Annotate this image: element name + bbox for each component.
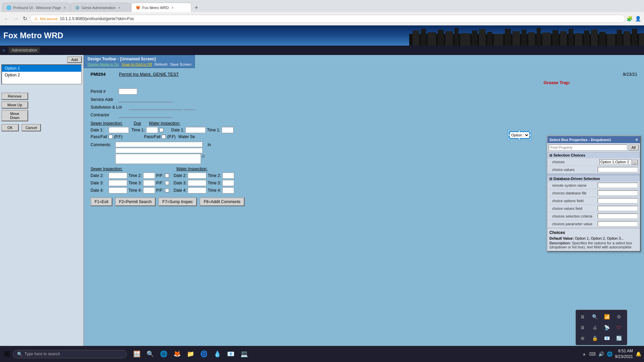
sys-tray-icon-5[interactable]: 🖥 [578, 323, 587, 332]
water-date4-input[interactable] [188, 187, 206, 193]
sys-tray-icon-11[interactable]: 📧 [602, 334, 611, 343]
back-button[interactable]: ← [3, 14, 11, 23]
comments-collapse-icon[interactable]: ⊟ [202, 154, 205, 159]
properties-close-button[interactable]: × [635, 137, 638, 142]
taskbar-clock[interactable]: 8:51 AM 9/23/2021 [615, 348, 633, 360]
sys-tray-icon-9[interactable]: ⊕ [578, 334, 587, 343]
permit-input[interactable] [119, 88, 137, 95]
extensions-icon[interactable]: 🧩 [627, 16, 633, 22]
taskbar-icon-windows[interactable]: 🪟 [131, 348, 143, 360]
taskbar-icon-app1[interactable]: 💧 [211, 348, 223, 360]
choices-selection-input[interactable] [598, 214, 638, 219]
choice-values-field-input[interactable] [598, 206, 638, 211]
tab-close-profound[interactable]: × [64, 6, 66, 10]
sewer-date1-input[interactable] [109, 127, 129, 133]
sewer-pf4-checkbox[interactable] [165, 188, 169, 192]
remote-system-input[interactable] [598, 183, 638, 188]
water-time3-input[interactable] [222, 180, 234, 186]
list-item-1[interactable]: Option 1 [2, 65, 81, 72]
start-button[interactable]: ⊞ [3, 348, 11, 360]
sys-tray-icon-4[interactable]: ⚙ [614, 312, 624, 321]
address-bar[interactable]: ⚠ Not secure 10.1.1.5:8080/profoundui/ge… [30, 15, 625, 23]
taskbar-icon-search[interactable]: 🔍 [144, 348, 156, 360]
profile-icon[interactable]: 👤 [635, 16, 641, 22]
resize-handle-bl[interactable] [508, 138, 510, 140]
choices-browse-button[interactable]: ... [632, 160, 638, 165]
design-mode-link[interactable]: Design Mode is On [88, 62, 119, 66]
list-item-2[interactable]: Option 2 [2, 72, 81, 78]
f8-comments-button[interactable]: F8=Addit Comments [200, 197, 245, 206]
resize-handle-tr[interactable] [529, 130, 531, 132]
tab-genie[interactable]: ⚙️ Genie Administration × [70, 3, 131, 12]
add-button[interactable]: Add [67, 56, 82, 63]
sewer-time3-input[interactable] [143, 180, 155, 186]
lot-input[interactable] [184, 104, 196, 110]
water-passfail-checkbox[interactable] [162, 135, 166, 139]
sys-tray-icon-8[interactable]: 🛡 [614, 323, 624, 332]
tab-fox[interactable]: 🦊 Fox Metro WRD × [131, 3, 192, 12]
cancel-button[interactable]: Cancel [21, 124, 41, 131]
sys-tray-icon-7[interactable]: 📡 [602, 323, 611, 332]
remove-button[interactable]: Remove [1, 93, 28, 100]
resize-handle-br[interactable] [529, 138, 531, 140]
comments-input-2[interactable] [115, 148, 203, 153]
sewer-time4-input[interactable] [143, 187, 155, 193]
new-tab-button[interactable]: + [192, 4, 201, 11]
ok-button[interactable]: OK [1, 124, 19, 131]
water-date2-input[interactable] [188, 173, 206, 179]
taskbar-icon-edge[interactable]: 🌀 [198, 348, 210, 360]
properties-scroll-area[interactable]: ⊟ Selection Choices choices ... [547, 152, 640, 228]
resize-handle-mr[interactable] [529, 134, 531, 136]
options-list[interactable]: Option 1 Option 2 [1, 64, 82, 84]
taskbar-icon-firefox[interactable]: 🦊 [171, 348, 183, 360]
nav-item-administration[interactable]: Administration [9, 47, 40, 53]
resize-handle-bm[interactable] [518, 138, 520, 140]
forward-button[interactable]: → [12, 14, 20, 23]
comments-textarea[interactable] [115, 154, 201, 164]
volume-icon[interactable]: 🔊 [598, 351, 604, 357]
sys-tray-icon-2[interactable]: 🔍 [590, 312, 599, 321]
sys-tray-icon-1[interactable]: 🖥 [578, 312, 587, 321]
sewer-time2-input[interactable] [143, 173, 155, 179]
move-down-button[interactable]: Move Down [1, 110, 28, 121]
sys-tray-icon-12[interactable]: 🔄 [614, 334, 624, 343]
water-date1-input[interactable] [185, 127, 206, 133]
save-screen-link[interactable]: Save Screen [170, 62, 191, 66]
dup-checkbox[interactable] [159, 128, 163, 132]
subdivision-input[interactable] [129, 104, 182, 110]
notification-icon[interactable]: 🔔 [636, 351, 641, 357]
dropdown-widget[interactable]: Option 1 Option 2 [509, 131, 530, 139]
sewer-date3-input[interactable] [109, 180, 127, 186]
taskbar-icon-code[interactable]: 💻 [238, 348, 250, 360]
tab-close-fox[interactable]: × [171, 6, 173, 10]
tab-close-genie[interactable]: × [118, 6, 120, 10]
properties-title-bar[interactable]: Select Box Properties - Dropdown1 × [547, 136, 640, 143]
sewer-passfail-checkbox[interactable] [109, 135, 113, 139]
taskbar-chevron[interactable]: ▲ [582, 352, 586, 356]
f1-exit-button[interactable]: F1=Exit [91, 197, 112, 206]
choices-db-file-input[interactable] [598, 190, 638, 196]
move-up-button[interactable]: Move Up [1, 101, 28, 109]
choice-options-field-input[interactable] [598, 198, 638, 203]
sewer-time1-input[interactable] [146, 127, 158, 133]
taskbar-search-bar[interactable]: 🔍 Type here to search [13, 350, 127, 358]
sys-tray-icon-10[interactable]: 🔒 [590, 334, 599, 343]
water-time4-input[interactable] [222, 187, 234, 193]
all-button[interactable]: All [629, 144, 639, 150]
refresh-link[interactable]: Refresh [155, 62, 168, 66]
section-header-db-driven[interactable]: ⊟ Database-Driven Selection [547, 176, 640, 182]
section-header-selection-choices[interactable]: ⊟ Selection Choices [547, 152, 640, 158]
taskbar-icon-files[interactable]: 📁 [184, 348, 197, 360]
choices-param-input[interactable] [598, 221, 638, 227]
choice-values-input[interactable] [598, 167, 638, 172]
tab-profound[interactable]: 🌐 Profound UI - Welcome Page × [2, 3, 70, 12]
sys-tray-icon-3[interactable]: 📶 [602, 312, 611, 321]
contractor-input[interactable] [119, 112, 172, 118]
sewer-date4-input[interactable] [109, 187, 127, 193]
refresh-button[interactable]: ↻ [21, 14, 29, 23]
keyboard-icon[interactable]: ⌨ [589, 351, 596, 357]
f2-permit-button[interactable]: F2=Permit Search [115, 197, 156, 206]
comments-input-1[interactable] [115, 142, 203, 147]
choices-value-input[interactable] [599, 159, 631, 165]
snap-grid-link[interactable]: Snap to Grid is Off [122, 62, 152, 66]
